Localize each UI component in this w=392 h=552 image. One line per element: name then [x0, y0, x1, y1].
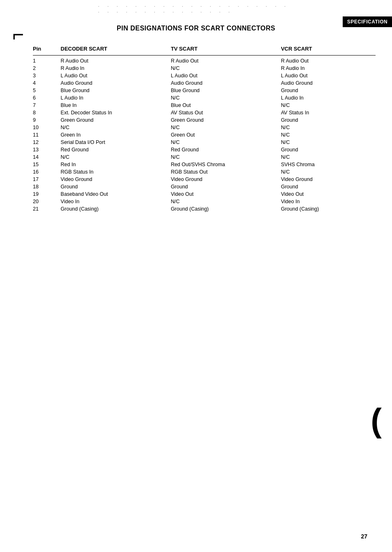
table-row: 5Blue GroundBlue GroundGround — [33, 87, 376, 94]
cell-decoder: Blue In — [58, 102, 168, 109]
cell-decoder: Ground — [58, 183, 168, 190]
table-row: 1R Audio OutR Audio OutR Audio Out — [33, 56, 376, 65]
cell-decoder: Ground (Casing) — [58, 205, 168, 213]
cell-tv: Video Out — [168, 190, 278, 198]
table-row: 6L Audio InN/CL Audio In — [33, 94, 376, 102]
cell-pin: 3 — [33, 72, 58, 79]
table-row: 18GroundGroundGround — [33, 183, 376, 190]
cell-vcr: Video Ground — [278, 176, 376, 183]
table-row: 2R Audio InN/CR Audio In — [33, 65, 376, 72]
cell-tv: L Audio Out — [168, 72, 278, 79]
cell-pin: 11 — [33, 131, 58, 139]
cell-vcr: N/C — [278, 102, 376, 109]
cell-pin: 7 — [33, 102, 58, 109]
cell-tv: Ground — [168, 183, 278, 190]
page-number: 27 — [361, 533, 367, 540]
cell-tv: Green Out — [168, 131, 278, 139]
header-pin: Pin — [33, 44, 58, 56]
specification-tab: SPECIFICATION — [343, 16, 392, 27]
cell-vcr: N/C — [278, 153, 376, 161]
table-row: 9Green GroundGreen GroundGround — [33, 116, 376, 124]
cell-pin: 13 — [33, 146, 58, 153]
table-row: 8Ext. Decoder Status InAV Status OutAV S… — [33, 109, 376, 116]
cell-decoder: N/C — [58, 124, 168, 131]
cell-pin: 6 — [33, 94, 58, 102]
cell-pin: 19 — [33, 190, 58, 198]
table-row: 4Audio GroundAudio GroundAudio Ground — [33, 79, 376, 87]
cell-tv: Video Ground — [168, 176, 278, 183]
cell-pin: 2 — [33, 65, 58, 72]
cell-decoder: Baseband Video Out — [58, 190, 168, 198]
table-row: 10N/CN/CN/C — [33, 124, 376, 131]
cell-vcr: Ground — [278, 146, 376, 153]
cell-pin: 9 — [33, 116, 58, 124]
cell-vcr: Video In — [278, 198, 376, 205]
cell-tv: N/C — [168, 153, 278, 161]
cell-vcr: Ground — [278, 116, 376, 124]
cell-vcr: N/C — [278, 139, 376, 146]
cell-decoder: Video Ground — [58, 176, 168, 183]
cell-decoder: Blue Ground — [58, 87, 168, 94]
cell-tv: R Audio Out — [168, 56, 278, 65]
cell-vcr: L Audio In — [278, 94, 376, 102]
cell-tv: Audio Ground — [168, 79, 278, 87]
spec-tab-label: SPECIFICATION — [347, 19, 387, 25]
cell-decoder: Serial Data I/O Port — [58, 139, 168, 146]
cell-tv: N/C — [168, 198, 278, 205]
cell-tv: Blue Ground — [168, 87, 278, 94]
cell-vcr: Ground — [278, 87, 376, 94]
cell-tv: N/C — [168, 124, 278, 131]
cell-pin: 12 — [33, 139, 58, 146]
table-row: 15Red InRed Out/SVHS ChromaSVHS Chroma — [33, 161, 376, 168]
table-row: 3L Audio OutL Audio OutL Audio Out — [33, 72, 376, 79]
header-vcr: VCR SCART — [278, 44, 376, 56]
cell-vcr: Audio Ground — [278, 79, 376, 87]
cell-tv: N/C — [168, 139, 278, 146]
cell-decoder: L Audio In — [58, 94, 168, 102]
table-row: 16RGB Status InRGB Status OutN/C — [33, 168, 376, 176]
cell-decoder: R Audio Out — [58, 56, 168, 65]
cell-vcr: N/C — [278, 131, 376, 139]
right-bracket-decoration: ( — [371, 404, 382, 437]
cell-decoder: N/C — [58, 153, 168, 161]
cell-pin: 18 — [33, 183, 58, 190]
cell-vcr: SVHS Chroma — [278, 161, 376, 168]
cell-vcr: Ground — [278, 183, 376, 190]
cell-decoder: Red Ground — [58, 146, 168, 153]
cell-pin: 16 — [33, 168, 58, 176]
header-decoder: DECODER SCART — [58, 44, 168, 56]
cell-pin: 5 — [33, 87, 58, 94]
table-header-row: Pin DECODER SCART TV SCART VCR SCART — [33, 44, 376, 56]
cell-vcr: N/C — [278, 168, 376, 176]
cell-tv: Red Out/SVHS Chroma — [168, 161, 278, 168]
cell-decoder: Audio Ground — [58, 79, 168, 87]
cell-tv: AV Status Out — [168, 109, 278, 116]
cell-decoder: Green Ground — [58, 116, 168, 124]
cell-decoder: L Audio Out — [58, 72, 168, 79]
cell-vcr: Ground (Casing) — [278, 205, 376, 213]
table-row: 13Red GroundRed GroundGround — [33, 146, 376, 153]
table-row: 11Green InGreen OutN/C — [33, 131, 376, 139]
table-row: 20Video InN/CVideo In — [33, 198, 376, 205]
cell-vcr: AV Status In — [278, 109, 376, 116]
cell-pin: 1 — [33, 56, 58, 65]
cell-vcr: Video Out — [278, 190, 376, 198]
cell-vcr: N/C — [278, 124, 376, 131]
header-tv: TV SCART — [168, 44, 278, 56]
cell-pin: 8 — [33, 109, 58, 116]
cell-pin: 10 — [33, 124, 58, 131]
cell-tv: N/C — [168, 94, 278, 102]
table-row: 21Ground (Casing)Ground (Casing)Ground (… — [33, 205, 376, 213]
cell-decoder: Green In — [58, 131, 168, 139]
top-decoration: · · · · · · · · · · · · · · · · · · · · … — [98, 3, 294, 15]
cell-vcr: R Audio Out — [278, 56, 376, 65]
left-bracket-decoration: ⌐ — [12, 25, 24, 44]
table-row: 12Serial Data I/O PortN/CN/C — [33, 139, 376, 146]
cell-decoder: Red In — [58, 161, 168, 168]
cell-tv: Red Ground — [168, 146, 278, 153]
table-row: 19Baseband Video OutVideo OutVideo Out — [33, 190, 376, 198]
cell-decoder: RGB Status In — [58, 168, 168, 176]
cell-pin: 15 — [33, 161, 58, 168]
page-container: · · · · · · · · · · · · · · · · · · · · … — [0, 0, 392, 552]
pin-designations-table: Pin DECODER SCART TV SCART VCR SCART 1R … — [33, 44, 376, 213]
